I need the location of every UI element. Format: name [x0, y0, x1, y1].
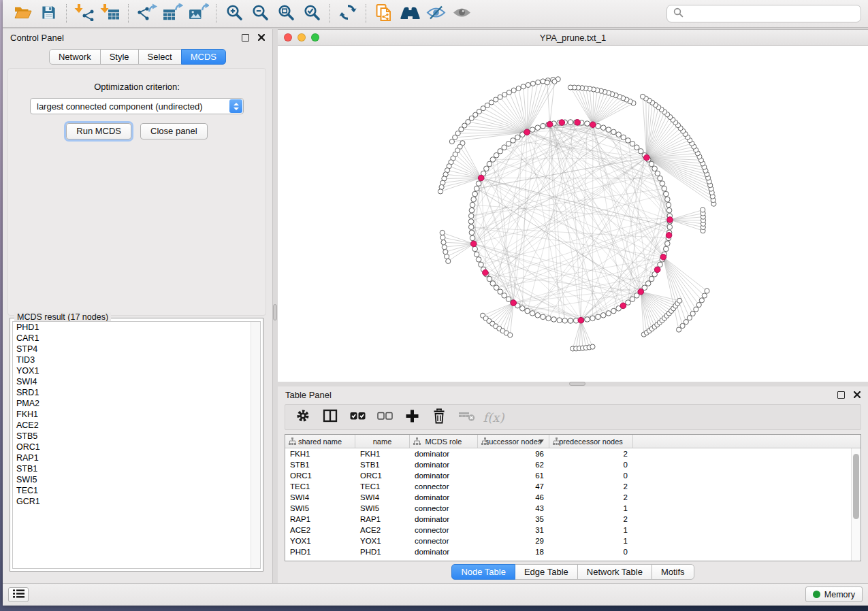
mcds-result-item[interactable]: RAP1: [13, 452, 260, 463]
refresh-view-button[interactable]: [335, 2, 361, 25]
zoom-in-button[interactable]: [221, 2, 247, 25]
save-floppy-icon: [41, 5, 57, 23]
column-header-MCDS-role[interactable]: MCDS role: [410, 435, 478, 448]
eye-icon: [452, 6, 472, 22]
tab-edge-table[interactable]: Edge Table: [515, 564, 578, 580]
create-column-button[interactable]: [398, 406, 425, 428]
column-header-successor-nodes[interactable]: successor nodes: [478, 435, 549, 448]
mcds-result-item[interactable]: CAR1: [13, 333, 260, 344]
tab-node-table[interactable]: Node Table: [451, 564, 515, 580]
mcds-result-item[interactable]: STB1: [13, 463, 260, 474]
mcds-result-item[interactable]: PHD1: [13, 322, 260, 333]
network-graph[interactable]: [278, 46, 868, 382]
mcds-result-item[interactable]: SWI4: [13, 376, 260, 387]
table-row[interactable]: TEC1TEC1connector472: [285, 481, 861, 492]
zoom-selected-button[interactable]: [299, 2, 325, 25]
dropdown-stepper-icon: [229, 99, 242, 113]
node-table-body: FKH1FKH1dominator962STB1STB1dominator620…: [285, 448, 861, 557]
table-row[interactable]: ACE2ACE2connector311: [285, 525, 861, 535]
tab-network[interactable]: Network: [49, 49, 101, 65]
tab-motifs[interactable]: Motifs: [652, 564, 694, 580]
show-columns-button[interactable]: [317, 406, 344, 428]
open-folder-icon: [14, 5, 32, 23]
table-scrollbar-thumb[interactable]: [853, 454, 859, 519]
table-row[interactable]: SWI5SWI5connector431: [285, 503, 861, 514]
export-network-icon: [136, 3, 157, 24]
cell-shared-name: STB1: [285, 461, 355, 469]
import-network-button[interactable]: [71, 2, 97, 25]
table-row[interactable]: STB1STB1dominator620: [285, 459, 861, 470]
delete-column-button[interactable]: [425, 406, 453, 428]
unselect-all-columns-button[interactable]: [371, 406, 398, 428]
tab-select[interactable]: Select: [138, 49, 182, 65]
table-row[interactable]: RAP1RAP1dominator352: [285, 514, 861, 525]
hide-selected-button[interactable]: [423, 2, 449, 25]
close-panel-icon[interactable]: [854, 390, 861, 400]
splitter-handle[interactable]: [569, 382, 585, 386]
close-panel-icon[interactable]: [258, 33, 265, 43]
mcds-result-item[interactable]: FKH1: [13, 409, 260, 420]
zoom-out-button[interactable]: [247, 2, 273, 25]
hierarchy-icon: [289, 437, 296, 445]
mcds-result-scrollbar[interactable]: [251, 322, 260, 568]
toggle-panel-button[interactable]: [8, 587, 29, 602]
copy-network-button[interactable]: [371, 2, 397, 25]
mcds-result-item[interactable]: STP4: [13, 344, 260, 354]
mcds-result-item[interactable]: STB5: [13, 431, 260, 442]
mcds-result-item[interactable]: YOX1: [13, 365, 260, 376]
mcds-result-item[interactable]: SWI5: [13, 474, 260, 485]
export-image-button[interactable]: [185, 2, 211, 25]
splitter-handle[interactable]: [273, 304, 277, 320]
table-row[interactable]: SWI4SWI4dominator462: [285, 492, 861, 503]
table-row[interactable]: ORC1ORC1dominator610: [285, 470, 861, 481]
table-row[interactable]: PHD1PHD1dominator180: [285, 546, 861, 557]
mcds-result-item[interactable]: PMA2: [13, 398, 260, 409]
table-row[interactable]: FKH1FKH1dominator962: [285, 448, 861, 459]
column-label: predecessor nodes: [559, 437, 623, 446]
search-box[interactable]: [666, 5, 861, 22]
mcds-result-item[interactable]: TEC1: [13, 485, 260, 496]
close-window-icon[interactable]: [284, 33, 292, 42]
maximize-window-icon[interactable]: [311, 33, 319, 42]
mcds-result-item[interactable]: GCR1: [13, 496, 260, 507]
export-table-button[interactable]: [159, 2, 185, 25]
float-panel-icon[interactable]: [242, 34, 249, 42]
tab-style[interactable]: Style: [100, 49, 139, 65]
float-panel-icon[interactable]: [837, 391, 845, 399]
mcds-result-item[interactable]: TID3: [13, 354, 260, 365]
network-canvas[interactable]: [278, 46, 868, 382]
main-toolbar: [3, 0, 868, 28]
close-panel-button[interactable]: Close panel: [140, 123, 208, 139]
minimize-window-icon[interactable]: [298, 33, 306, 42]
export-network-button[interactable]: [133, 2, 159, 25]
overview-button[interactable]: [397, 2, 423, 25]
tab-network-table[interactable]: Network Table: [577, 564, 652, 580]
import-table-button[interactable]: [97, 2, 123, 25]
search-input[interactable]: [688, 8, 854, 20]
cell-MCDS-role: connector: [410, 504, 478, 512]
save-session-button[interactable]: [35, 2, 61, 25]
mcds-result-item[interactable]: ORC1: [13, 442, 260, 452]
tab-mcds[interactable]: MCDS: [181, 49, 226, 65]
zoom-fit-button[interactable]: [273, 2, 299, 25]
cell-MCDS-role: dominator: [410, 450, 478, 458]
table-settings-button[interactable]: [289, 406, 317, 428]
column-header-shared-name[interactable]: shared name: [285, 435, 355, 448]
memory-button[interactable]: Memory: [805, 587, 863, 602]
run-mcds-button[interactable]: Run MCDS: [66, 123, 131, 139]
criterion-dropdown[interactable]: largest connected component (undirected): [30, 98, 244, 114]
cytoscape-window: Control Panel NetworkStyleSelectMCDS Opt…: [3, 0, 868, 606]
column-header-name[interactable]: name: [355, 435, 410, 448]
mcds-result-item[interactable]: SRD1: [13, 387, 260, 398]
vertical-splitter[interactable]: [273, 29, 278, 584]
show-all-button[interactable]: [449, 2, 475, 25]
mcds-result-item[interactable]: ACE2: [13, 420, 260, 431]
select-all-columns-button[interactable]: [344, 406, 371, 428]
horizontal-splitter[interactable]: [278, 382, 868, 386]
cell-shared-name: ORC1: [285, 472, 355, 480]
table-row[interactable]: YOX1YOX1connector291: [285, 535, 861, 546]
trash-icon: [432, 408, 446, 427]
column-header-predecessor-nodes[interactable]: predecessor nodes: [549, 435, 633, 448]
open-file-button[interactable]: [10, 2, 35, 25]
table-scrollbar[interactable]: [851, 448, 861, 561]
